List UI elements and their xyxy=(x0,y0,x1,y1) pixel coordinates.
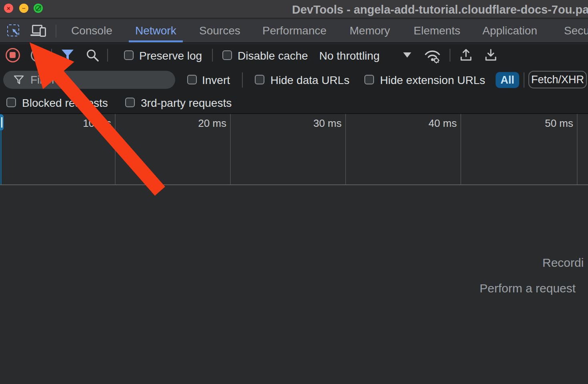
import-har-button[interactable] xyxy=(458,48,474,63)
request-type-fetch-xhr-button[interactable]: Fetch/XHR xyxy=(528,71,587,88)
network-conditions-button[interactable] xyxy=(423,47,442,64)
hide-data-urls-label: Hide data URLs xyxy=(270,74,350,87)
timeline-gridline xyxy=(345,114,346,184)
minimize-window-button[interactable]: − xyxy=(19,4,28,13)
timeline-gridline xyxy=(115,114,116,184)
throttling-select[interactable]: No throttling xyxy=(319,50,380,62)
tab-performance[interactable]: Performance xyxy=(262,19,326,42)
timeline-tick-label: 50 ms xyxy=(545,117,573,130)
tab-memory[interactable]: Memory xyxy=(350,19,390,42)
tabbar-separator xyxy=(56,25,56,38)
empty-state-recording-text: Recordi xyxy=(542,256,584,270)
tab-network[interactable]: Network xyxy=(135,19,176,42)
timeline-tick-label: 30 ms xyxy=(313,117,342,130)
blocked-requests-checkbox[interactable] xyxy=(6,98,16,107)
hide-extension-urls-label: Hide extension URLs xyxy=(380,74,485,87)
preserve-log-checkbox[interactable] xyxy=(124,50,134,60)
wifi-icon xyxy=(426,51,439,54)
toolbar-separator xyxy=(212,49,213,62)
funnel-icon xyxy=(62,50,74,60)
funnel-outline-icon xyxy=(14,75,24,85)
close-icon: × xyxy=(4,4,13,13)
inspect-cursor-icon xyxy=(10,27,20,37)
upload-icon xyxy=(461,50,471,60)
toolbar-separator xyxy=(51,49,52,62)
timeline-tick-label: 10 ms xyxy=(83,117,111,130)
tab-security[interactable]: Secu xyxy=(564,19,588,42)
filter-toggle-button[interactable] xyxy=(61,49,74,62)
disable-cache-checkbox[interactable] xyxy=(222,50,232,60)
record-icon xyxy=(10,52,16,58)
tab-elements[interactable]: Elements xyxy=(414,19,460,42)
close-window-button[interactable]: × xyxy=(4,4,13,13)
timeline-gridline xyxy=(230,114,231,184)
network-overview-timeline[interactable]: 10 ms 20 ms 30 ms 40 ms 50 ms xyxy=(0,114,588,185)
timeline-gridline xyxy=(460,114,461,184)
third-party-requests-label: 3rd-party requests xyxy=(141,97,232,110)
window-title: DevTools - angela-add-tutorial.cloudflar… xyxy=(292,3,588,16)
devtools-window: × − DevTools - angela-add-tutorial.cloud… xyxy=(0,0,588,384)
empty-state-hint-text: Perform a request xyxy=(480,282,576,295)
preserve-log-label: Preserve log xyxy=(139,50,202,62)
invert-label: Invert xyxy=(202,74,230,87)
toolbar-separator xyxy=(107,49,108,62)
title-bar: × − DevTools - angela-add-tutorial.cloud… xyxy=(0,0,588,18)
download-icon xyxy=(486,50,496,60)
gear-icon xyxy=(434,58,440,64)
invert-checkbox[interactable] xyxy=(187,75,197,84)
third-party-requests-checkbox[interactable] xyxy=(125,98,135,107)
clear-icon xyxy=(34,51,42,60)
request-type-all-button[interactable]: All xyxy=(496,72,519,88)
tab-application[interactable]: Application xyxy=(482,19,537,42)
tab-sources[interactable]: Sources xyxy=(199,19,240,42)
timeline-tick-label: 20 ms xyxy=(198,117,226,130)
filter-input[interactable] xyxy=(30,72,166,88)
export-har-button[interactable] xyxy=(483,48,498,63)
overview-drag-handle[interactable] xyxy=(0,114,4,130)
hide-extension-urls-checkbox[interactable] xyxy=(364,75,374,84)
timeline-gridline xyxy=(577,114,578,184)
filter-separator xyxy=(524,72,524,88)
search-button[interactable] xyxy=(86,48,100,63)
zoom-window-button[interactable] xyxy=(34,4,43,13)
tab-console[interactable]: Console xyxy=(71,19,112,42)
disable-cache-label: Disable cache xyxy=(238,50,308,62)
hide-data-urls-checkbox[interactable] xyxy=(255,75,264,84)
clear-network-log-button[interactable] xyxy=(31,48,44,62)
blocked-requests-label: Blocked requests xyxy=(22,97,108,110)
filter-separator xyxy=(242,72,243,88)
toolbar-separator xyxy=(450,49,450,62)
minimize-icon: − xyxy=(19,4,28,13)
timeline-tick-label: 40 ms xyxy=(428,117,457,130)
record-network-log-button[interactable] xyxy=(6,48,20,62)
chevron-down-icon[interactable] xyxy=(403,52,411,58)
